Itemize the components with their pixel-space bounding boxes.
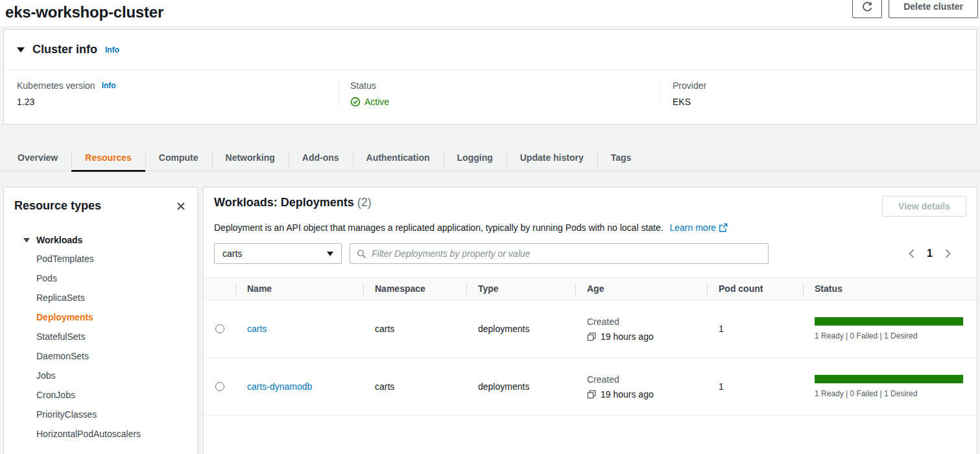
- table-body: carts carts deployments Created 19 hours…: [204, 300, 977, 416]
- search-input[interactable]: [372, 248, 761, 259]
- provider-label: Provider: [673, 80, 963, 91]
- tab[interactable]: Update history: [507, 146, 597, 171]
- tab-label: Logging: [457, 152, 493, 163]
- panel-count: (2): [357, 196, 372, 209]
- tree-item[interactable]: ReplicaSets: [14, 288, 187, 307]
- cluster-info-info-link[interactable]: Info: [105, 45, 119, 54]
- tree-item[interactable]: PriorityClasses: [14, 405, 187, 424]
- copy-icon: [587, 332, 596, 341]
- tree-item[interactable]: StatefulSets: [14, 327, 187, 346]
- page-title: eks-workshop-cluster: [5, 0, 980, 25]
- tree-group-workloads[interactable]: Workloads: [14, 231, 187, 249]
- tab[interactable]: Networking: [212, 146, 289, 171]
- table-row: carts carts deployments Created 19 hours…: [204, 300, 977, 358]
- resource-tree: Workloads PodTemplates Pods ReplicaSets …: [14, 231, 187, 444]
- refresh-button[interactable]: [852, 0, 882, 18]
- column-header-type: Type: [466, 278, 575, 300]
- status-progress-bar: [815, 317, 963, 326]
- table-row: carts-dynamodb carts deployments Created…: [204, 358, 977, 416]
- select-all-column: [204, 278, 235, 300]
- cluster-info-title: Cluster info: [32, 43, 97, 56]
- external-link-icon: [719, 223, 728, 234]
- tree-item[interactable]: Jobs: [14, 366, 187, 385]
- tab[interactable]: Resources: [71, 146, 145, 171]
- column-header-name: Name: [235, 278, 363, 300]
- tree-item[interactable]: Pods: [14, 269, 187, 288]
- tree-item[interactable]: HorizontalPodAutoscalers: [14, 424, 187, 444]
- status-field: Status Active: [338, 80, 659, 107]
- table-header: Name Namespace Type Age Pod count Status: [204, 277, 977, 300]
- description-text: Deployment is an API object that manages…: [214, 222, 663, 233]
- tab[interactable]: Tags: [597, 146, 645, 171]
- search-box: [350, 243, 769, 264]
- tab[interactable]: Logging: [444, 146, 507, 171]
- cluster-info-header: Cluster info Info: [4, 30, 976, 70]
- column-header-status: Status: [803, 278, 977, 300]
- type-cell: deployments: [466, 324, 575, 334]
- kubernetes-version-info-link[interactable]: Info: [102, 81, 116, 90]
- panel-description: Deployment is an API object that manages…: [214, 222, 966, 234]
- row-radio-button[interactable]: [215, 382, 224, 391]
- status-value: Active: [365, 97, 389, 107]
- cluster-info-body: Kubernetes version Info 1.23 Status Acti…: [4, 70, 976, 124]
- tab-label: Networking: [226, 152, 275, 163]
- tab-label: Tags: [611, 152, 632, 163]
- next-page-icon[interactable]: [945, 249, 951, 258]
- tree-item[interactable]: CronJobs: [14, 385, 187, 405]
- tab[interactable]: Compute: [145, 146, 212, 171]
- type-cell: deployments: [466, 381, 575, 392]
- page-header: eks-workshop-cluster Delete cluster: [0, 0, 980, 26]
- tab[interactable]: Authentication: [353, 146, 444, 171]
- tab-label: Authentication: [366, 152, 430, 163]
- caret-down-icon: [23, 238, 30, 243]
- close-icon[interactable]: [175, 200, 187, 212]
- delete-cluster-button[interactable]: Delete cluster: [889, 0, 978, 18]
- previous-page-icon[interactable]: [909, 249, 914, 258]
- namespace-cell: carts: [363, 324, 466, 334]
- age-value: 19 hours ago: [601, 331, 654, 342]
- deployments-table: Name Namespace Type Age Pod count Status…: [204, 277, 977, 416]
- tab-label: Update history: [520, 152, 584, 163]
- age-cell: Created 19 hours ago: [575, 317, 707, 342]
- status-progress-bar: [815, 375, 963, 383]
- learn-more-link[interactable]: Learn more: [670, 222, 728, 233]
- tree-group-label: Workloads: [36, 235, 82, 245]
- view-details-button[interactable]: View details: [882, 196, 966, 217]
- current-page[interactable]: 1: [927, 248, 933, 259]
- provider-value: EKS: [673, 97, 963, 107]
- tab-label: Add-ons: [302, 152, 339, 163]
- resource-types-sidebar: Resource types Workloads PodTemplates Po…: [3, 187, 198, 454]
- status-check-icon: [350, 97, 361, 107]
- chevron-down-icon: [327, 252, 333, 256]
- status-cell: 1 Ready | 0 Failed | 1 Desired: [803, 375, 977, 398]
- tree-item[interactable]: Deployments: [14, 307, 187, 327]
- collapse-caret-icon[interactable]: [17, 47, 25, 53]
- pagination: 1: [909, 248, 966, 259]
- deployment-name-link[interactable]: carts-dynamodb: [247, 381, 312, 392]
- refresh-icon: [862, 1, 873, 12]
- tab[interactable]: Overview: [4, 146, 71, 171]
- tab-label: Overview: [18, 152, 58, 163]
- pod-count-cell: 1: [707, 324, 803, 334]
- tree-item[interactable]: DaemonSets: [14, 346, 187, 366]
- kubernetes-version-value: 1.23: [17, 97, 325, 107]
- tab-label: Resources: [85, 152, 132, 163]
- panel-title-text: Workloads: Deployments: [214, 196, 354, 209]
- cluster-info-card: Cluster info Info Kubernetes version Inf…: [3, 29, 977, 125]
- status-label: Status: [350, 80, 646, 91]
- tab[interactable]: Add-ons: [289, 146, 353, 171]
- content-area: Resource types Workloads PodTemplates Po…: [3, 187, 977, 454]
- row-radio-button[interactable]: [215, 324, 224, 333]
- resource-types-title: Resource types: [14, 199, 101, 213]
- panel-title: Workloads: Deployments (2): [214, 196, 372, 209]
- column-header-pod-count: Pod count: [707, 278, 803, 300]
- provider-field: Provider EKS: [659, 80, 976, 107]
- filter-dropdown[interactable]: carts: [214, 243, 342, 264]
- age-created-label: Created: [587, 317, 707, 327]
- cluster-tabs: Overview Resources Compute Networking Ad…: [0, 146, 980, 171]
- deployment-name-link[interactable]: carts: [247, 324, 267, 334]
- filter-dropdown-value: carts: [222, 248, 242, 259]
- column-header-age: Age: [575, 278, 707, 300]
- copy-icon: [587, 390, 596, 399]
- tree-item[interactable]: PodTemplates: [14, 249, 187, 269]
